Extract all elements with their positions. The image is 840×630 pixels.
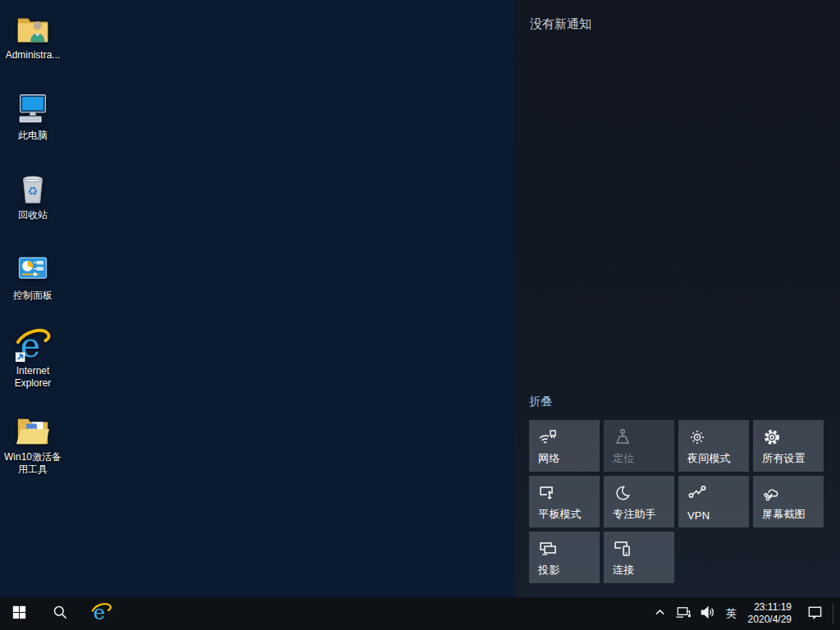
internet-explorer-icon: e (90, 601, 112, 627)
network-wifi-icon (538, 427, 558, 447)
search-button[interactable] (41, 597, 79, 630)
vpn-icon (687, 483, 707, 503)
ime-language-label: 英 (726, 606, 737, 621)
tray-expand-chevron-icon (654, 606, 666, 622)
ethernet-network-icon (675, 605, 691, 623)
tile-connect[interactable]: 连接 (604, 532, 674, 583)
tile-label: 网络 (538, 451, 559, 466)
tile-label: 所有设置 (762, 451, 806, 466)
desktop-icon-recycle-bin[interactable]: ♻ 回收站 (1, 170, 65, 221)
notification-status-text: 没有新通知 (530, 16, 591, 32)
folder-tools-icon: PC (14, 412, 52, 450)
internet-explorer-taskbar-button[interactable]: e (82, 597, 120, 630)
tile-all-settings[interactable]: 所有设置 (753, 420, 824, 472)
collapse-link[interactable]: 折叠 (529, 395, 552, 409)
tablet-mode-icon (538, 483, 558, 503)
desktop-icon-win10-tools[interactable]: PC Win10激活备用工具 (1, 412, 65, 476)
location-icon (613, 427, 632, 447)
tile-label: 定位 (613, 451, 634, 466)
tile-label: 连接 (613, 563, 634, 578)
project-icon (538, 539, 558, 559)
quick-actions-grid: 网络 定位 (529, 420, 824, 583)
recycle-bin-icon: ♻ (14, 170, 52, 208)
tile-label: 夜间模式 (687, 451, 731, 466)
desktop-icon-administrator[interactable]: Administra... (1, 10, 65, 62)
quick-actions-section: 折叠 网络 (529, 394, 824, 583)
user-folder-icon (14, 10, 52, 48)
ime-indicator[interactable]: 英 (720, 597, 743, 630)
internet-explorer-icon: e (14, 326, 52, 363)
tile-label: 平板模式 (538, 507, 582, 522)
start-button[interactable] (0, 597, 38, 630)
desktop-icon-label: Administra... (6, 49, 61, 62)
network-tray-button[interactable] (671, 597, 696, 630)
svg-text:♻: ♻ (28, 185, 39, 198)
tile-network[interactable]: 网络 (529, 420, 600, 472)
volume-icon (700, 605, 715, 623)
tile-label: 屏幕截图 (762, 507, 806, 522)
action-center-button[interactable] (798, 597, 831, 630)
time-label: 23:11:19 (754, 601, 792, 614)
desktop-icon-internet-explorer[interactable]: e Internet Explorer (1, 326, 65, 390)
night-light-icon (687, 427, 707, 447)
tile-label: VPN (687, 509, 710, 522)
system-tray: 英 23:11:19 2020/4/29 (650, 597, 840, 630)
desktop-icon-label: 控制面板 (13, 290, 52, 302)
tile-focus-assist[interactable]: 专注助手 (604, 476, 674, 527)
tile-project[interactable]: 投影 (529, 532, 600, 583)
tile-location[interactable]: 定位 (604, 420, 674, 472)
desktop-icon-label: 回收站 (18, 209, 48, 221)
focus-assist-icon (613, 483, 632, 503)
connect-icon (613, 539, 632, 559)
desktop-icon-this-pc[interactable]: 此电脑 (1, 90, 65, 142)
tile-night-light[interactable]: 夜间模式 (678, 420, 749, 472)
action-center-bubble-icon (807, 605, 823, 623)
volume-tray-button[interactable] (696, 597, 720, 630)
tile-tablet-mode[interactable]: 平板模式 (529, 476, 600, 527)
desktop-icon-label: Internet Explorer (1, 365, 65, 390)
screen-snip-icon (762, 483, 782, 503)
desktop-icon-label: 此电脑 (18, 130, 48, 142)
tile-vpn[interactable]: VPN (678, 476, 749, 527)
show-desktop-button[interactable] (835, 597, 840, 630)
settings-gear-icon (762, 427, 782, 447)
tray-expand-button[interactable] (650, 597, 671, 630)
control-panel-icon (14, 250, 52, 288)
taskbar: e (0, 597, 840, 630)
this-pc-icon (14, 90, 52, 128)
taskbar-separator (833, 603, 833, 624)
action-center-panel: 没有新通知 折叠 网络 (515, 0, 840, 597)
date-label: 2020/4/29 (748, 614, 792, 626)
desktop-icon-control-panel[interactable]: 控制面板 (1, 250, 65, 302)
clock[interactable]: 23:11:19 2020/4/29 (743, 597, 798, 630)
search-icon (52, 605, 68, 623)
desktop-icon-label: Win10激活备用工具 (1, 451, 65, 476)
tile-label: 投影 (538, 563, 559, 578)
tile-screen-snip[interactable]: 屏幕截图 (753, 476, 824, 527)
start-icon (12, 605, 26, 623)
tile-label: 专注助手 (613, 507, 656, 522)
